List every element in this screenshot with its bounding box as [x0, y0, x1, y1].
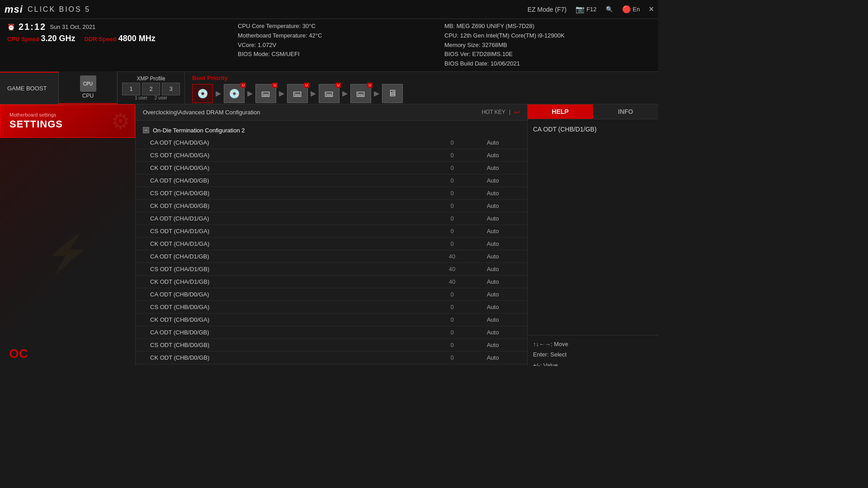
section-collapse-button[interactable]: −: [143, 127, 149, 133]
boot-device-3[interactable]: 🖴U: [287, 84, 308, 103]
tab-info[interactable]: INFO: [593, 104, 659, 119]
table-row[interactable]: CS ODT (CHB/D0/GA)0Auto: [136, 301, 527, 314]
table-row[interactable]: CS ODT (CHA/D1/GB)40Auto: [136, 263, 527, 276]
setting-value-auto[interactable]: Auto: [466, 152, 520, 159]
back-button[interactable]: ↩: [514, 108, 520, 117]
help-text: CA ODT (CHB/D1/GB): [533, 125, 653, 134]
bios-mode-text: BIOS Mode: CSM/UEFI: [238, 50, 444, 59]
search-icon: 🔍: [606, 6, 613, 13]
xmp-btn-2[interactable]: 2: [142, 83, 160, 95]
setting-value-num: 0: [439, 177, 466, 184]
table-row[interactable]: CA ODT (CHA/D1/GA)0Auto: [136, 212, 527, 225]
xmp-user-labels: 1 user 2 user: [135, 95, 167, 100]
cpu-speed-label: CPU Speed: [7, 36, 39, 42]
right-tabs: HELP INFO: [528, 104, 658, 119]
setting-value-num: 40: [439, 266, 466, 272]
boot-device-4[interactable]: 🖴U: [319, 84, 340, 103]
language-button[interactable]: 🔴 En: [622, 5, 640, 14]
table-row[interactable]: CK ODT (CHA/D0/GA)0Auto: [136, 162, 527, 174]
setting-value-auto[interactable]: Auto: [466, 316, 520, 323]
ddr-speed-label: DDR Speed: [85, 36, 117, 42]
setting-value-auto[interactable]: Auto: [466, 202, 520, 209]
mb-temp-text: Motherboard Temperature: 42°C: [238, 31, 444, 41]
system-info-center: CPU Core Temperature: 30°C Motherboard T…: [238, 22, 444, 69]
setting-value-auto[interactable]: Auto: [466, 329, 520, 336]
setting-value-auto[interactable]: Auto: [466, 253, 520, 260]
setting-value-auto[interactable]: Auto: [466, 354, 520, 361]
setting-value-num: 0: [439, 342, 466, 348]
xmp-label: XMP Profile: [137, 75, 165, 82]
setting-name: CK ODT (CHB/D0/GB): [150, 354, 439, 361]
setting-value-auto[interactable]: Auto: [466, 291, 520, 298]
setting-name: CA ODT (CHA/D0/GA): [150, 139, 439, 146]
table-row[interactable]: CK ODT (CHA/D1/GA)0Auto: [136, 238, 527, 250]
boot-device-5[interactable]: 🖴U: [350, 84, 371, 103]
table-row[interactable]: CA ODT (CHA/D1/GB)40Auto: [136, 250, 527, 263]
device-icon-4: 🖴U: [319, 84, 340, 103]
table-row[interactable]: CA ODT (CHA/D0/GB)0Auto: [136, 174, 527, 187]
table-row[interactable]: CK ODT (CHA/D1/GB)40Auto: [136, 276, 527, 288]
info-bar: ⏰ 21:12 Sun 31 Oct, 2021 CPU Speed 3.20 …: [0, 19, 658, 72]
boot-device-0[interactable]: 💿: [192, 84, 213, 103]
table-row[interactable]: CK ODT (CHB/D0/GA)0Auto: [136, 314, 527, 326]
cpu-label: CPU: [82, 93, 94, 99]
setting-value-num: 0: [439, 291, 466, 298]
close-button[interactable]: ×: [649, 5, 654, 14]
ez-mode-button[interactable]: EZ Mode (F7): [528, 6, 566, 13]
tab-help[interactable]: HELP: [528, 104, 593, 119]
setting-name: CK ODT (CHA/D1/GA): [150, 240, 439, 247]
table-row[interactable]: CA ODT (CHA/D0/GA)0Auto: [136, 136, 527, 149]
boot-devices-list: 💿 ▶ 💿U ▶ 🖴U ▶ 🖴U ▶: [192, 84, 651, 103]
center-content: Overclocking\Advanced DRAM Configuration…: [136, 104, 527, 366]
setting-value-auto[interactable]: Auto: [466, 139, 520, 146]
setting-value-auto[interactable]: Auto: [466, 190, 520, 197]
key-value: +/-: Value: [533, 360, 653, 366]
setting-value-auto[interactable]: Auto: [466, 278, 520, 285]
xmp-btn-3[interactable]: 3: [162, 83, 180, 95]
memory-text: Memory Size: 32768MB: [444, 41, 651, 50]
game-boost-label: GAME BOOST: [0, 72, 59, 104]
table-row[interactable]: CS ODT (CHA/D0/GA)0Auto: [136, 149, 527, 162]
cpu-icon: CPU: [80, 75, 96, 92]
sidebar-item-settings[interactable]: Motherboard settings SETTINGS ⚙: [0, 104, 135, 138]
setting-value-auto[interactable]: Auto: [466, 240, 520, 247]
boot-device-6[interactable]: 🖥: [382, 84, 403, 103]
setting-value-auto[interactable]: Auto: [466, 164, 520, 171]
setting-name: CS ODT (CHB/D0/GB): [150, 342, 439, 348]
setting-value-auto[interactable]: Auto: [466, 177, 520, 184]
settings-table: − On-Die Termination Configuration 2 CA …: [136, 121, 527, 366]
clock-icon: ⏰: [7, 23, 15, 31]
table-row[interactable]: CA ODT (CHB/D0/GB)0Auto: [136, 326, 527, 339]
table-row[interactable]: CS ODT (CHA/D1/GA)0Auto: [136, 225, 527, 238]
xmp-btn-1[interactable]: 1: [122, 83, 140, 95]
hotkey-section: HOT KEY | ↩: [481, 108, 520, 117]
setting-value-auto[interactable]: Auto: [466, 228, 520, 235]
setting-value-num: 0: [439, 202, 466, 209]
table-row[interactable]: CK ODT (CHA/D0/GB)0Auto: [136, 200, 527, 212]
cpu-profile-button[interactable]: CPU CPU: [59, 71, 118, 104]
sidebar-item-oc[interactable]: ⚡ OC: [0, 138, 135, 366]
boot-device-2[interactable]: 🖴U: [255, 84, 276, 103]
setting-value-auto[interactable]: Auto: [466, 215, 520, 222]
table-row[interactable]: CK ODT (CHB/D0/GB)0Auto: [136, 352, 527, 364]
boot-device-1[interactable]: 💿U: [224, 84, 245, 103]
oc-bg-icon: ⚡: [0, 138, 135, 366]
settings-bg-icon: ⚙: [111, 108, 130, 134]
ddr-speed-row: DDR Speed 4800 MHz: [85, 34, 156, 43]
setting-value-auto[interactable]: Auto: [466, 342, 520, 348]
settings-sub-label: Motherboard settings: [9, 112, 126, 117]
table-row[interactable]: CS ODT (CHB/D0/GB)0Auto: [136, 339, 527, 352]
f12-button[interactable]: 📷 F12: [576, 5, 596, 14]
search-button[interactable]: 🔍: [606, 6, 613, 13]
setting-value-auto[interactable]: Auto: [466, 304, 520, 310]
table-row[interactable]: CA ODT (CHB/D0/GA)0Auto: [136, 288, 527, 301]
setting-value-num: 0: [439, 139, 466, 146]
setting-name: CS ODT (CHB/D0/GA): [150, 304, 439, 310]
usb-badge-5: U: [367, 83, 373, 88]
setting-value-auto[interactable]: Auto: [466, 266, 520, 272]
table-row[interactable]: CS ODT (CHA/D0/GB)0Auto: [136, 187, 527, 200]
table-row[interactable]: CA ODT (CHB/D1/GA)0Auto: [136, 364, 527, 366]
setting-name: CS ODT (CHA/D0/GB): [150, 190, 439, 197]
setting-value-num: 0: [439, 329, 466, 336]
cpu-temp-text: CPU Core Temperature: 30°C: [238, 22, 444, 31]
